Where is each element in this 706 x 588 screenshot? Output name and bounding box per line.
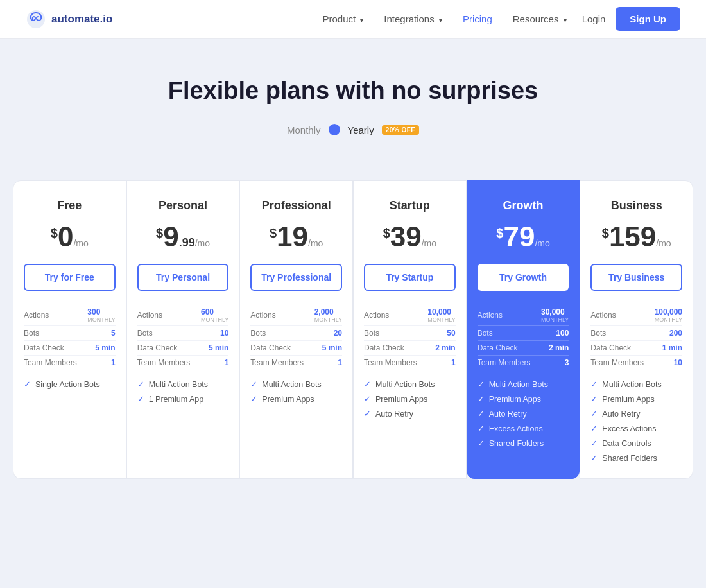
actions-row: Actions 600 MONTHLY bbox=[137, 305, 229, 326]
actions-value: 300 bbox=[87, 307, 100, 316]
actions-label: Actions bbox=[478, 311, 503, 320]
bots-value: 5 bbox=[111, 329, 116, 338]
plan-cta-personal[interactable]: Try Personal bbox=[137, 264, 229, 291]
data-check-value: 5 min bbox=[209, 343, 228, 352]
features-list: ✓ Single Action Bots bbox=[24, 379, 116, 389]
actions-sub: MONTHLY bbox=[427, 316, 455, 323]
features-list: ✓ Multi Action Bots ✓ Premium Apps ✓ Aut… bbox=[364, 379, 456, 419]
actions-label: Actions bbox=[250, 311, 275, 320]
feature-item: ✓ Premium Apps bbox=[364, 394, 456, 404]
actions-sub: MONTHLY bbox=[87, 316, 115, 323]
plan-price: $0/mo bbox=[24, 223, 116, 251]
data-check-value: 5 min bbox=[95, 343, 115, 352]
data-check-row: Data Check 5 min bbox=[24, 341, 116, 356]
chevron-down-icon: ▾ bbox=[439, 17, 442, 24]
actions-sub: MONTHLY bbox=[541, 316, 569, 323]
plan-name: Professional bbox=[250, 199, 342, 212]
bots-value: 200 bbox=[669, 329, 682, 338]
bots-row: Bots 20 bbox=[250, 326, 342, 341]
check-icon: ✓ bbox=[590, 424, 598, 433]
actions-row: Actions 2,000 MONTHLY bbox=[250, 305, 342, 326]
check-icon: ✓ bbox=[478, 438, 485, 448]
bots-row: Bots 100 bbox=[478, 326, 569, 341]
check-icon: ✓ bbox=[364, 394, 371, 404]
data-check-label: Data Check bbox=[137, 343, 178, 352]
actions-row: Actions 10,000 MONTHLY bbox=[364, 305, 456, 326]
bots-value: 20 bbox=[334, 329, 342, 338]
monthly-label[interactable]: Monthly bbox=[287, 125, 321, 135]
data-check-row: Data Check 2 min bbox=[478, 341, 569, 356]
feature-label: Multi Action Bots bbox=[375, 380, 435, 389]
logo[interactable]: automate.io bbox=[26, 9, 112, 30]
feature-item: ✓ Multi Action Bots bbox=[137, 379, 229, 389]
feature-item: ✓ Multi Action Bots bbox=[478, 379, 569, 389]
price-dollar: $ bbox=[156, 226, 163, 240]
feature-item: ✓ Excess Actions bbox=[590, 424, 682, 433]
feature-item: ✓ Single Action Bots bbox=[24, 379, 116, 389]
check-icon: ✓ bbox=[364, 379, 371, 389]
feature-label: Auto Retry bbox=[602, 410, 640, 419]
check-icon: ✓ bbox=[590, 394, 598, 404]
features-list: ✓ Multi Action Bots ✓ Premium Apps bbox=[250, 379, 342, 404]
price-cents: .99 bbox=[179, 236, 195, 249]
feature-label: Auto Retry bbox=[375, 410, 413, 419]
plan-name: Startup bbox=[364, 199, 456, 212]
feature-label: Data Controls bbox=[602, 439, 651, 448]
nav-item-resources[interactable]: Resources ▾ bbox=[513, 13, 567, 25]
plan-card-growth: Growth $79/mo Try Growth Actions 30,000 … bbox=[467, 180, 580, 479]
login-link[interactable]: Login bbox=[582, 13, 606, 24]
feature-label: Multi Action Bots bbox=[602, 380, 661, 389]
feature-item: ✓ 1 Premium App bbox=[137, 394, 229, 404]
price-mo: /mo bbox=[308, 238, 323, 248]
price-amount: 79 bbox=[503, 221, 535, 252]
check-icon: ✓ bbox=[137, 379, 144, 389]
bots-label: Bots bbox=[364, 329, 379, 338]
nav-item-product[interactable]: Product ▾ bbox=[322, 13, 363, 25]
feature-label: Multi Action Bots bbox=[489, 380, 548, 389]
price-amount: 9 bbox=[163, 221, 178, 252]
nav-item-integrations[interactable]: Integrations ▾ bbox=[384, 13, 442, 25]
data-check-value: 1 min bbox=[662, 343, 682, 352]
price-mo: /mo bbox=[422, 238, 436, 248]
check-icon: ✓ bbox=[590, 379, 598, 389]
yearly-label[interactable]: Yearly bbox=[348, 125, 374, 135]
feature-item: ✓ Auto Retry bbox=[364, 409, 456, 419]
data-check-label: Data Check bbox=[478, 343, 518, 352]
chevron-down-icon: ▾ bbox=[360, 17, 363, 24]
actions-value: 100,000 bbox=[655, 307, 682, 316]
discount-badge: 20% OFF bbox=[382, 125, 419, 135]
check-icon: ✓ bbox=[478, 409, 485, 419]
feature-label: Excess Actions bbox=[602, 424, 656, 433]
data-check-row: Data Check 5 min bbox=[250, 341, 342, 356]
price-dollar: $ bbox=[602, 226, 609, 240]
bots-row: Bots 10 bbox=[137, 326, 229, 341]
feature-item: ✓ Multi Action Bots bbox=[250, 379, 342, 389]
price-dollar: $ bbox=[51, 226, 58, 240]
bots-value: 10 bbox=[220, 329, 228, 338]
price-dollar: $ bbox=[383, 226, 390, 240]
plan-card-personal: Personal $9.99/mo Try Personal Actions 6… bbox=[126, 180, 240, 479]
team-members-label: Team Members bbox=[24, 358, 77, 367]
price-dollar: $ bbox=[270, 226, 277, 240]
bots-row: Bots 5 bbox=[24, 326, 116, 341]
check-icon: ✓ bbox=[590, 453, 598, 463]
plan-cta-professional[interactable]: Try Professional bbox=[250, 264, 342, 291]
feature-item: ✓ Shared Folders bbox=[478, 438, 569, 448]
feature-item: ✓ Premium Apps bbox=[478, 394, 569, 404]
plan-cta-growth[interactable]: Try Growth bbox=[478, 264, 569, 291]
data-check-value: 5 min bbox=[322, 343, 342, 352]
plan-cta-business[interactable]: Try Business bbox=[590, 264, 682, 291]
plan-cta-startup[interactable]: Try Startup bbox=[364, 264, 456, 291]
data-check-value: 2 min bbox=[549, 343, 569, 352]
nav-item-pricing[interactable]: Pricing bbox=[463, 13, 492, 25]
signup-button[interactable]: Sign Up bbox=[616, 7, 680, 31]
actions-sub: MONTHLY bbox=[655, 316, 682, 323]
logo-icon bbox=[26, 9, 46, 30]
price-amount: 0 bbox=[58, 221, 73, 252]
billing-toggle: Monthly Yearly 20% OFF bbox=[13, 124, 693, 135]
plan-price: $79/mo bbox=[478, 223, 569, 251]
pricing-section: Free $0/mo Try for Free Actions 300 MONT… bbox=[0, 180, 706, 505]
plan-cta-free[interactable]: Try for Free bbox=[24, 264, 116, 291]
team-members-row: Team Members 3 bbox=[478, 356, 569, 370]
toggle-dot[interactable] bbox=[329, 124, 340, 135]
